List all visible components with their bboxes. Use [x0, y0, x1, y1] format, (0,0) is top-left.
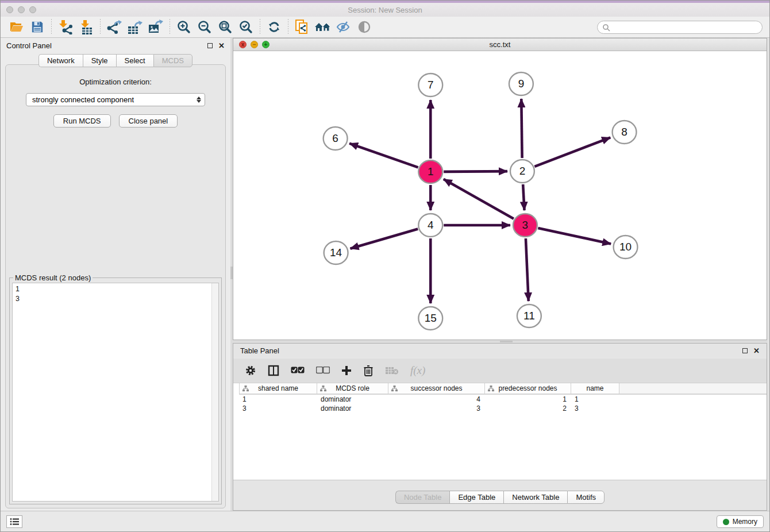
export-image-button[interactable]: [145, 18, 166, 36]
run-mcds-button[interactable]: Run MCDS: [53, 114, 111, 128]
function-builder-button[interactable]: f(x): [410, 364, 425, 377]
table-panel-title: Table Panel: [240, 346, 279, 355]
optimization-criterion-label: Optimization criterion:: [6, 78, 225, 86]
show-all-button[interactable]: [354, 18, 375, 36]
show-columns-button[interactable]: [268, 365, 279, 376]
export-table-button[interactable]: [125, 18, 145, 36]
node-6[interactable]: 6: [324, 127, 348, 150]
column-header-name[interactable]: name: [571, 383, 619, 394]
edge-2-9[interactable]: [521, 99, 522, 158]
tab-mcds[interactable]: MCDS: [153, 54, 192, 67]
mcds-result-title: MCDS result (2 nodes): [13, 273, 93, 282]
zoom-out-icon: [197, 20, 212, 34]
search-box[interactable]: [597, 21, 763, 34]
toolbar-separator: [260, 19, 260, 35]
cell-shared-name[interactable]: 1: [239, 395, 317, 404]
cell-successor-nodes[interactable]: 4: [388, 395, 485, 404]
node-9[interactable]: 9: [509, 72, 533, 95]
criterion-value: strongly connected component: [32, 95, 134, 104]
tab-select[interactable]: Select: [116, 54, 153, 67]
table-row[interactable]: 3dominator323: [239, 404, 767, 413]
tab-network[interactable]: Network: [38, 54, 83, 67]
create-column-button[interactable]: [341, 365, 352, 376]
network-canvas[interactable]: 7968124314101511: [233, 51, 767, 340]
svg-text:4: 4: [428, 219, 434, 231]
edge-1-2[interactable]: [444, 171, 507, 172]
cell-shared-name[interactable]: 3: [239, 404, 317, 413]
column-header-shared-name[interactable]: shared name: [239, 383, 317, 394]
apply-layout-button[interactable]: [264, 18, 284, 36]
close-panel-button[interactable]: Close panel: [119, 114, 178, 128]
tab-node-table[interactable]: Node Table: [395, 491, 450, 504]
column-header-mcds-role[interactable]: MCDS role: [317, 383, 388, 394]
import-table-from-file-button[interactable]: [76, 18, 97, 36]
cell-predecessor-nodes[interactable]: 1: [485, 395, 571, 404]
tab-edge-table[interactable]: Edge Table: [449, 491, 503, 504]
float-table-panel-icon[interactable]: [742, 348, 748, 353]
select-all-checkboxes-button[interactable]: [291, 367, 305, 374]
node-3[interactable]: 3: [513, 214, 537, 237]
task-history-button[interactable]: [6, 515, 22, 528]
save-session-button[interactable]: [27, 18, 48, 36]
float-panel-icon[interactable]: [207, 43, 213, 48]
cell-successor-nodes[interactable]: 3: [388, 404, 485, 413]
zoom-selected-button[interactable]: [236, 18, 256, 36]
zoom-fit-button[interactable]: [215, 18, 236, 36]
zoom-in-button[interactable]: [174, 18, 194, 36]
plus-icon: [341, 365, 352, 376]
edge-2-8[interactable]: [534, 137, 610, 167]
delete-table-button[interactable]: [385, 366, 399, 375]
node-14[interactable]: 14: [324, 241, 348, 264]
edge-3-1[interactable]: [444, 179, 514, 219]
fx-icon: f(x): [410, 364, 425, 377]
delete-columns-button[interactable]: [363, 365, 374, 376]
cell-mcds-role[interactable]: dominator: [317, 404, 388, 413]
export-network-button[interactable]: [104, 18, 125, 36]
node-7[interactable]: 7: [418, 74, 442, 97]
result-scrollbar[interactable]: [211, 283, 218, 501]
hide-selected-button[interactable]: [333, 18, 354, 36]
close-panel-icon[interactable]: ✕: [218, 43, 225, 48]
node-1[interactable]: 1: [418, 160, 442, 183]
column-header-predecessor-nodes[interactable]: predecessor nodes: [485, 383, 571, 394]
sort-tree-icon: [391, 385, 398, 392]
edge-3-11[interactable]: [526, 238, 529, 301]
tab-style[interactable]: Style: [83, 54, 116, 67]
node-4[interactable]: 4: [418, 214, 442, 237]
eye-slash-icon: [336, 20, 352, 34]
node-table[interactable]: shared nameMCDS rolesuccessor nodesprede…: [233, 383, 767, 480]
column-header-successor-nodes[interactable]: successor nodes: [388, 383, 485, 394]
node-2[interactable]: 2: [510, 160, 534, 183]
new-network-from-selection-button[interactable]: [292, 18, 313, 36]
open-file-button[interactable]: [6, 18, 27, 36]
import-network-from-file-button[interactable]: [55, 18, 76, 36]
sort-tree-icon: [320, 385, 326, 392]
cell-mcds-role[interactable]: dominator: [317, 395, 388, 404]
cell-predecessor-nodes[interactable]: 2: [485, 404, 571, 413]
node-15[interactable]: 15: [418, 307, 442, 330]
node-8[interactable]: 8: [613, 121, 637, 144]
memory-label: Memory: [733, 518, 757, 526]
deselect-all-checkboxes-button[interactable]: [316, 367, 330, 374]
edge-4-14[interactable]: [351, 229, 418, 248]
table-options-button[interactable]: [245, 365, 256, 376]
node-11[interactable]: 11: [517, 304, 541, 327]
cell-name[interactable]: 1: [571, 395, 619, 404]
memory-button[interactable]: Memory: [717, 515, 764, 528]
gear-icon: [245, 365, 256, 376]
tab-network-table[interactable]: Network Table: [503, 491, 567, 504]
edge-2-3[interactable]: [523, 184, 524, 210]
node-10[interactable]: 10: [614, 236, 638, 259]
tab-motifs[interactable]: Motifs: [567, 491, 605, 504]
svg-text:8: 8: [621, 126, 627, 138]
eye-disabled-icon: [357, 20, 371, 34]
zoom-out-button[interactable]: [194, 18, 215, 36]
edge-1-6[interactable]: [349, 144, 418, 168]
criterion-dropdown[interactable]: strongly connected component: [26, 93, 205, 106]
search-input[interactable]: [610, 21, 762, 33]
table-row[interactable]: 1dominator411: [239, 395, 767, 404]
cell-name[interactable]: 3: [571, 404, 619, 413]
close-table-panel-icon[interactable]: ✕: [753, 348, 760, 353]
first-neighbors-button[interactable]: [313, 18, 333, 36]
edge-3-10[interactable]: [538, 228, 611, 244]
